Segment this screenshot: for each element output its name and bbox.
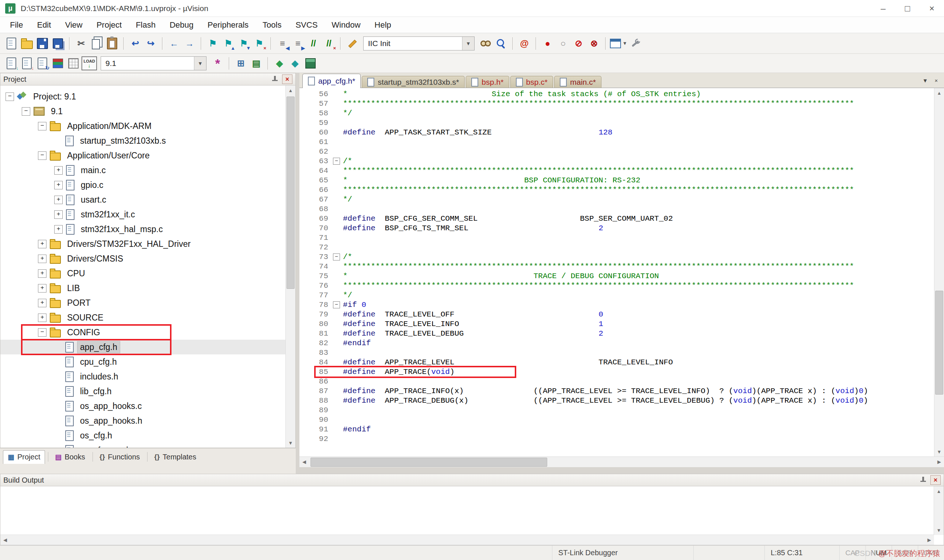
navigate-back-button[interactable]: ← — [167, 36, 181, 51]
toggle-bookmark-button[interactable]: ⚑ — [205, 36, 220, 51]
menu-view[interactable]: View — [58, 17, 89, 33]
expand-icon[interactable]: + — [54, 166, 63, 175]
scroll-up-icon[interactable]: ▲ — [934, 486, 944, 496]
menu-peripherals[interactable]: Peripherals — [201, 17, 256, 33]
previous-bookmark-button[interactable]: ⚑▲ — [221, 36, 236, 51]
copy-button[interactable] — [89, 36, 104, 51]
find-in-files-button[interactable] — [478, 36, 493, 51]
document-tab-startup-stm32f103xb-s[interactable]: startup_stm32f103xb.s* — [362, 76, 464, 88]
unindent-button[interactable]: ≡◀ — [275, 36, 290, 51]
open-file-button[interactable] — [20, 36, 34, 51]
tree-item-lib-cfg-h[interactable]: lib_cfg.h — [0, 384, 295, 398]
download-button[interactable]: LOAD↓ — [82, 56, 97, 71]
rebuild-all-button[interactable]: ↻ — [35, 56, 50, 71]
build-output-vertical-scrollbar[interactable]: ▲ ▼ — [934, 486, 944, 535]
menu-window[interactable]: Window — [324, 17, 367, 33]
enable-breakpoint-button[interactable]: ○ — [556, 36, 571, 51]
indent-button[interactable]: ≡▶ — [291, 36, 305, 51]
tab-list-dropdown-icon[interactable]: ▼ — [920, 75, 931, 86]
collapse-icon[interactable]: − — [38, 122, 46, 131]
expand-icon[interactable]: + — [38, 269, 46, 278]
project-panel-close-icon[interactable]: × — [282, 74, 292, 84]
pack-installer-button[interactable] — [303, 56, 318, 71]
translate-file-button[interactable]: ↓ — [4, 56, 19, 71]
tree-item-os-cfg-h[interactable]: os_cfg.h — [0, 428, 295, 443]
tree-item-includes-h[interactable]: includes.h — [0, 369, 295, 384]
editor-horizontal-scrollbar[interactable]: ◀ ▶ — [299, 457, 944, 467]
comment-button[interactable]: // — [306, 36, 321, 51]
configure-button[interactable] — [628, 36, 643, 51]
expand-icon[interactable]: + — [54, 225, 63, 234]
reference-button[interactable]: @ — [517, 36, 532, 51]
cut-button[interactable]: ✂ — [74, 36, 88, 51]
tree-item-config[interactable]: −CONFIG — [0, 325, 295, 340]
collapse-icon[interactable]: − — [38, 151, 46, 160]
panel-tab-books[interactable]: ▤Books — [51, 450, 89, 463]
paste-button[interactable] — [105, 36, 119, 51]
tree-item-cpu[interactable]: +CPU — [0, 266, 295, 281]
tree-item-drivers-stm32f1xx-hal-driver[interactable]: +Drivers/STM32F1xx_HAL_Driver — [0, 237, 295, 251]
undo-button[interactable]: ↩ — [128, 36, 143, 51]
pin-icon[interactable] — [271, 75, 278, 83]
editor-vertical-scrollbar[interactable]: ▲ ▼ — [934, 88, 944, 457]
scroll-right-icon[interactable]: ▶ — [935, 457, 944, 467]
tree-item-cpu-cfg-h[interactable]: cpu_cfg.h — [0, 354, 295, 369]
pin-icon[interactable] — [919, 476, 927, 484]
chevron-down-icon[interactable]: ▼ — [462, 37, 474, 50]
tree-item-port[interactable]: +PORT — [0, 295, 295, 310]
close-document-icon[interactable]: × — [931, 75, 942, 86]
panel-tab-functions[interactable]: {}Functions — [95, 450, 145, 463]
navigate-forward-button[interactable]: → — [182, 36, 197, 51]
build-output-horizontal-scrollbar[interactable]: ◀ ▶ — [0, 535, 934, 545]
build-button[interactable]: ↓ — [20, 56, 34, 71]
menu-edit[interactable]: Edit — [30, 17, 58, 33]
menu-debug[interactable]: Debug — [163, 17, 201, 33]
stop-build-button[interactable] — [66, 56, 81, 71]
expand-icon[interactable]: + — [38, 299, 46, 307]
expand-icon[interactable]: + — [38, 240, 46, 248]
incremental-find-button[interactable] — [345, 36, 359, 51]
tree-item-9-1[interactable]: −9.1 — [0, 104, 295, 118]
tree-item-gpio-c[interactable]: +gpio.c — [0, 178, 295, 192]
panel-tab-templates[interactable]: {}Templates — [150, 450, 201, 463]
tree-item-main-c[interactable]: +main.c — [0, 163, 295, 178]
menu-tools[interactable]: Tools — [256, 17, 288, 33]
document-tab-main-c[interactable]: main.c* — [554, 76, 602, 88]
collapse-icon[interactable]: − — [22, 107, 30, 116]
uncomment-button[interactable]: //× — [322, 36, 336, 51]
save-button[interactable] — [35, 36, 50, 51]
project-tree-scrollbar[interactable]: ▲ ▼ — [285, 86, 295, 448]
code-editor[interactable]: 56* Size of the task stacks (# of OS_STK… — [299, 88, 944, 457]
software-packs-button[interactable]: ◆ — [288, 56, 302, 71]
scroll-left-icon[interactable]: ◀ — [299, 457, 309, 467]
document-tab-bsp-c[interactable]: bsp.c* — [511, 76, 553, 88]
file-extensions-button[interactable]: ▤ — [249, 56, 264, 71]
fold-collapse-icon[interactable]: − — [333, 302, 340, 308]
menu-svcs[interactable]: SVCS — [288, 17, 324, 33]
scrollbar-thumb[interactable] — [287, 97, 295, 289]
search-combo[interactable]: IIC Init▼ — [363, 37, 475, 51]
find-button[interactable] — [494, 36, 509, 51]
scroll-up-icon[interactable]: ▲ — [935, 88, 944, 98]
tree-item-os-cfg-app-h[interactable]: os_cfg_app.h — [0, 443, 295, 448]
options-for-target-button[interactable]: * — [210, 56, 225, 71]
toggle-breakpoint-button[interactable]: ● — [540, 36, 555, 51]
tree-item-drivers-cmsis[interactable]: +Drivers/CMSIS — [0, 251, 295, 266]
document-tab-app-cfg-h[interactable]: app_cfg.h* — [302, 74, 361, 88]
batch-build-button[interactable] — [51, 56, 65, 71]
new-file-button[interactable] — [4, 36, 19, 51]
panel-splitter[interactable] — [296, 73, 299, 474]
expand-icon[interactable]: + — [54, 181, 63, 189]
tree-item-usart-c[interactable]: +usart.c — [0, 192, 295, 207]
tree-item-source[interactable]: +SOURCE — [0, 310, 295, 325]
scroll-left-icon[interactable]: ◀ — [0, 535, 10, 545]
tree-item-os-app-hooks-h[interactable]: os_app_hooks.h — [0, 413, 295, 428]
scrollbar-thumb[interactable] — [310, 458, 547, 467]
scroll-down-icon[interactable]: ▼ — [286, 438, 295, 448]
menu-flash[interactable]: Flash — [129, 17, 163, 33]
target-select[interactable]: 9.1▼ — [101, 56, 207, 70]
code-content[interactable]: 56* Size of the task stacks (# of OS_STK… — [299, 88, 934, 457]
minimize-button[interactable]: – — [871, 0, 895, 17]
expand-icon[interactable]: + — [54, 195, 63, 204]
clear-bookmarks-button[interactable]: ⚑× — [252, 36, 267, 51]
